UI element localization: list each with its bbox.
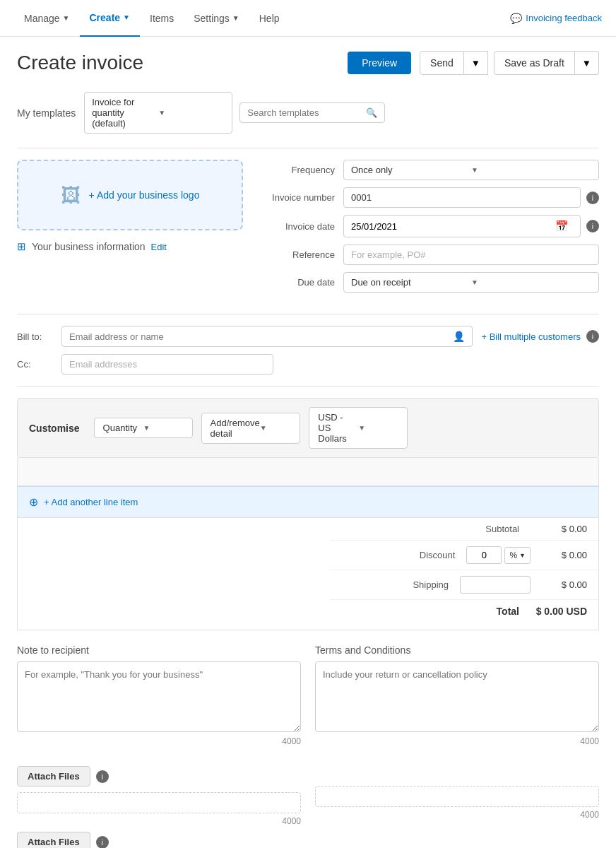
invoice-number-wrap: i [343, 187, 599, 208]
cc-input[interactable] [61, 354, 273, 375]
nav-manage[interactable]: Manage ▼ [14, 0, 80, 37]
customise-label: Customise [29, 423, 80, 434]
business-info-icon: ⊞ [17, 240, 26, 253]
bill-to-input-wrap: 👤 [61, 326, 473, 347]
send-chevron-button[interactable]: ▼ [464, 51, 488, 75]
attach-files-button-2[interactable]: Attach Files [17, 832, 90, 848]
currency-label: USD - US Dollars [318, 412, 358, 444]
cc-row: Cc: [17, 354, 599, 375]
invoice-date-wrap: 📅 i [343, 215, 599, 237]
due-date-select[interactable]: Due on receipt ▼ [343, 272, 599, 293]
currency-chevron: ▼ [358, 424, 398, 432]
feedback-icon: 💬 [510, 13, 522, 24]
attach-info-icon-2[interactable]: i [96, 836, 109, 849]
nav-create-chevron: ▼ [123, 13, 130, 21]
attach-char-count-1: 4000 [17, 816, 301, 826]
preview-button[interactable]: Preview [348, 52, 411, 74]
bill-to-info-icon[interactable]: i [586, 330, 599, 343]
frequency-row: Frequency Once only ▼ [257, 160, 599, 180]
save-draft-chevron-button[interactable]: ▼ [575, 51, 599, 75]
reference-row: Reference [257, 245, 599, 265]
note-textarea[interactable] [17, 661, 301, 732]
send-button-group: Send ▼ [420, 51, 488, 75]
due-date-label: Due date [257, 277, 335, 288]
shipping-value: $ 0.00 [531, 579, 587, 590]
nav-items-label: Items [150, 13, 174, 24]
discount-label: Discount [341, 550, 455, 560]
currency-select[interactable]: USD - US Dollars ▼ [309, 407, 408, 449]
bill-to-label: Bill to: [17, 331, 56, 342]
discount-number-input[interactable] [466, 546, 502, 564]
invoice-number-info-icon[interactable]: i [586, 192, 599, 204]
discount-input-wrap: % ▼ [466, 546, 531, 564]
nav-items[interactable]: Items [140, 0, 184, 37]
add-line-item-label: + Add another line item [44, 497, 138, 507]
contact-icon[interactable]: 👤 [453, 331, 465, 342]
save-draft-button[interactable]: Save as Draft [494, 51, 575, 75]
invoice-number-label: Invoice number [257, 192, 335, 203]
bill-to-input[interactable] [69, 331, 449, 342]
due-date-row: Due date Due on receipt ▼ [257, 272, 599, 293]
shipping-input[interactable] [460, 576, 531, 594]
invoice-number-input[interactable] [343, 187, 581, 208]
template-select[interactable]: Invoice for quantity (default) ▼ [84, 92, 232, 134]
bill-multiple-link[interactable]: + Bill multiple customers [481, 331, 581, 342]
line-items-area: ⊕ + Add another line item [17, 458, 599, 518]
invoice-date-info-icon[interactable]: i [586, 220, 599, 232]
attach-row-1: Attach Files i [17, 766, 301, 787]
templates-label: My templates [17, 107, 76, 119]
file-attach-area-1 [17, 792, 301, 813]
nav-create-label: Create [90, 12, 121, 23]
discount-type-select[interactable]: % ▼ [504, 547, 531, 564]
nav-settings[interactable]: Settings ▼ [184, 0, 249, 37]
discount-row: Discount % ▼ $ 0.00 [330, 541, 598, 570]
nav-help[interactable]: Help [249, 0, 290, 37]
nav-manage-label: Manage [24, 13, 60, 24]
detail-select[interactable]: Add/remove detail ▼ [201, 413, 301, 444]
attach-section: Attach Files i 4000 4000 [17, 760, 599, 826]
frequency-select[interactable]: Once only ▼ [343, 160, 599, 180]
calendar-icon[interactable]: 📅 [555, 220, 569, 232]
logo-side: 🖼 + Add your business logo ⊞ Your busine… [17, 160, 243, 300]
edit-business-link[interactable]: Edit [151, 242, 167, 252]
attach-row-2: Attach Files i [17, 832, 599, 848]
due-date-value: Due on receipt [351, 277, 471, 288]
search-input[interactable] [247, 107, 366, 118]
business-info-text: Your business information [32, 241, 146, 252]
invoice-date-input[interactable] [351, 221, 555, 232]
logo-upload[interactable]: 🖼 + Add your business logo [17, 160, 243, 230]
attach-col-2: 4000 [315, 760, 599, 826]
attach-files-button-1[interactable]: Attach Files [17, 766, 90, 787]
send-button[interactable]: Send [420, 51, 464, 75]
nav-feedback[interactable]: 💬 Invoicing feedback [510, 13, 602, 24]
page-header: Create invoice Preview Send ▼ Save as Dr… [17, 51, 599, 75]
terms-textarea[interactable] [315, 661, 599, 732]
reference-label: Reference [257, 249, 335, 260]
attach-spacer [315, 760, 599, 786]
quantity-select[interactable]: Quantity ▼ [94, 418, 193, 438]
notes-col: Note to recipient 4000 [17, 644, 301, 746]
add-line-item-button[interactable]: ⊕ + Add another line item [18, 486, 598, 517]
search-templates[interactable]: 🔍 [239, 102, 385, 123]
section-divider-2 [17, 314, 599, 314]
discount-value: $ 0.00 [531, 550, 587, 560]
terms-label: Terms and Conditions [315, 644, 599, 656]
nav-settings-chevron: ▼ [232, 14, 239, 22]
due-date-chevron: ▼ [471, 278, 591, 286]
template-selected: Invoice for quantity (default) [92, 97, 158, 129]
total-row: Total $ 0.00 USD [330, 600, 598, 623]
add-circle-icon: ⊕ [29, 495, 38, 509]
nav-settings-label: Settings [194, 13, 230, 24]
note-char-count: 4000 [17, 736, 301, 746]
page-title: Create invoice [17, 52, 348, 74]
reference-input[interactable] [343, 245, 599, 265]
shipping-label: Shipping [341, 579, 449, 590]
templates-row: My templates Invoice for quantity (defau… [17, 92, 599, 134]
nav-create[interactable]: Create ▼ [80, 0, 141, 37]
save-draft-button-group: Save as Draft ▼ [494, 51, 599, 75]
nav-bar: Manage ▼ Create ▼ Items Settings ▼ Help … [0, 0, 616, 37]
attach-info-icon-1[interactable]: i [96, 770, 109, 783]
quantity-label: Quantity [103, 423, 143, 433]
logo-upload-text: + Add your business logo [89, 189, 200, 201]
discount-type-value: % [509, 550, 517, 560]
